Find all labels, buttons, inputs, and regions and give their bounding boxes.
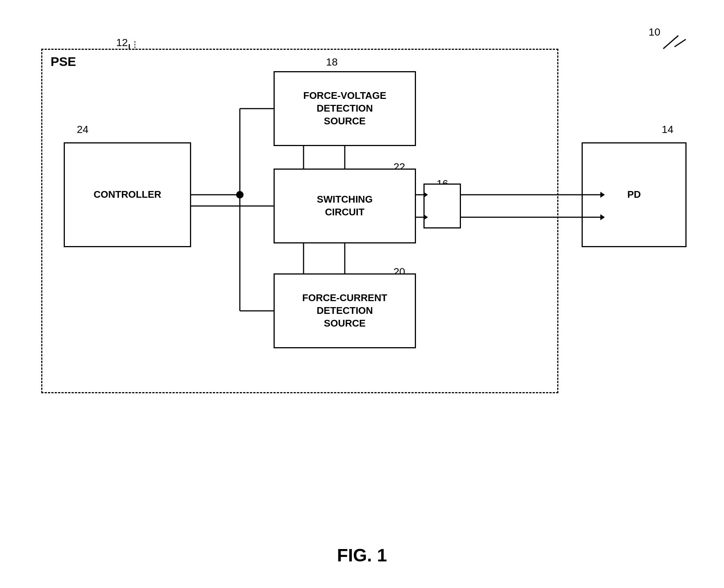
svg-line-21 (663, 36, 678, 49)
ref-18: 18 (326, 56, 338, 68)
ref-24: 24 (77, 124, 88, 136)
force-voltage-box: FORCE-VOLTAGEDETECTIONSOURCE (274, 71, 416, 146)
controller-box: CONTROLLER (64, 142, 191, 247)
diagram-container: 10 PSE 12 24 CONTROLLER 18 FORCE-VOLTAGE… (19, 19, 705, 569)
force-current-box: FORCE-CURRENTDETECTIONSOURCE (274, 273, 416, 348)
interface-connector (423, 184, 461, 228)
switching-circuit-box: SWITCHINGCIRCUIT (274, 169, 416, 243)
fig-caption: FIG. 1 (337, 545, 387, 566)
pse-label: PSE (51, 54, 76, 69)
svg-line-0 (675, 39, 686, 47)
ref-10: 10 (649, 26, 660, 38)
ref-14: 14 (662, 124, 673, 136)
pd-box: PD (582, 142, 687, 247)
ref-12: 12 (116, 37, 128, 49)
